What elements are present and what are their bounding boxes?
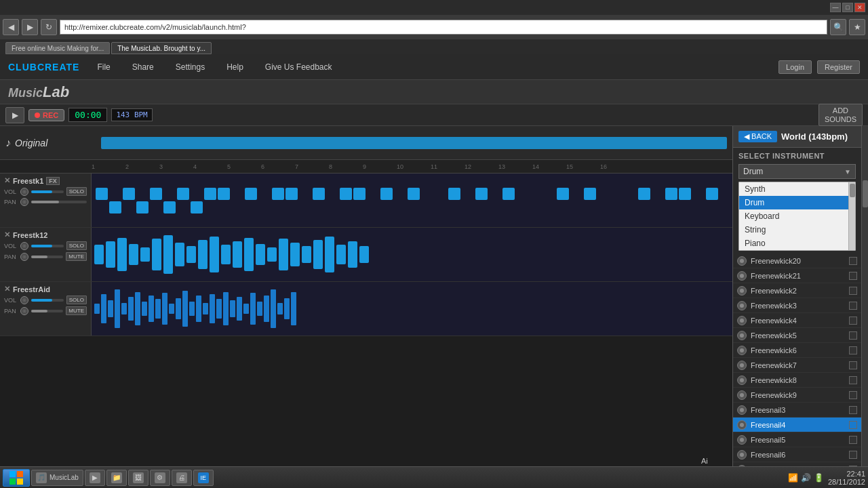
start-button[interactable] — [3, 469, 30, 487]
app-title-bar: MusicLab — [0, 80, 868, 104]
track-1-vol-slider[interactable] — [31, 190, 64, 193]
track-2-mute-btn[interactable]: MUTE — [66, 252, 87, 261]
track-2-vol-knob[interactable] — [20, 242, 28, 250]
track-2-close-icon[interactable]: ✕ — [4, 230, 10, 239]
title-btn-minimize[interactable]: — — [830, 3, 841, 12]
sound-checkbox[interactable] — [849, 346, 857, 354]
track-1-fx-btn[interactable]: FX — [46, 177, 60, 185]
sound-checkbox[interactable] — [849, 406, 857, 414]
track-1-solo-btn[interactable]: SOLO — [66, 187, 87, 196]
menu-settings[interactable]: Settings — [172, 60, 209, 75]
register-button[interactable]: Register — [817, 60, 860, 74]
login-button[interactable]: Login — [778, 60, 812, 74]
track-1-close-icon[interactable]: ✕ — [4, 176, 10, 185]
dropdown-item-drum[interactable]: Drum — [739, 196, 848, 209]
track-3-solo-btn[interactable]: SOLO — [66, 296, 87, 304]
taskbar-app-musiclab[interactable]: 🎵 MusicLab — [31, 470, 83, 486]
bpm-display: 143 BPM — [111, 108, 152, 121]
dropdown-item-keyboard[interactable]: Keyboard — [739, 209, 848, 223]
list-item[interactable]: Freenewkick4 — [733, 313, 861, 328]
track-3-pan-knob[interactable] — [20, 307, 28, 315]
taskbar-app-browser[interactable]: IE — [193, 470, 214, 486]
track-2-pan-knob[interactable] — [20, 253, 28, 261]
taskbar-app-print[interactable]: 🖨 — [172, 470, 192, 486]
sound-checkbox[interactable] — [849, 317, 857, 325]
track-3-waveform[interactable] — [92, 282, 732, 336]
taskbar-app-media[interactable]: ▶ — [85, 470, 105, 486]
track-2-pan-slider[interactable] — [31, 256, 63, 258]
sound-checkbox[interactable] — [849, 331, 857, 340]
play-button[interactable]: ▶ — [5, 107, 24, 123]
sound-checkbox[interactable] — [849, 421, 857, 429]
forward-nav-btn[interactable]: ▶ — [22, 19, 38, 35]
list-item[interactable]: Freesnail3 — [733, 403, 861, 418]
reload-btn[interactable]: ↻ — [41, 19, 57, 35]
list-item[interactable]: Freesnail5 — [733, 432, 861, 447]
back-nav-btn[interactable]: ◀ — [3, 19, 19, 35]
dropdown-item-string[interactable]: String — [739, 223, 848, 237]
menu-file[interactable]: File — [93, 60, 114, 75]
list-item[interactable]: Freesnail4 — [733, 418, 861, 432]
dropdown-item-piano[interactable]: Piano — [739, 237, 848, 250]
track-1-waveform[interactable]: // Will be generated by JS below — [92, 174, 732, 227]
list-item[interactable]: Freenewkick2 — [733, 283, 861, 298]
sound-checkbox[interactable] — [849, 376, 857, 384]
address-bar[interactable]: http://remixer.clubcreate.com/v2/musicla… — [60, 20, 827, 35]
sound-checkbox[interactable] — [849, 272, 857, 280]
instrument-select-wrapper[interactable]: Drum ▼ — [738, 164, 856, 179]
track-1-name: ✕ Freestk1 FX — [4, 176, 87, 185]
list-item[interactable]: Freenewkick6 — [733, 343, 861, 358]
current-instrument: Drum — [743, 167, 763, 176]
track-1-vol-knob[interactable] — [20, 188, 28, 196]
track-1-vol-label: VOL — [4, 188, 18, 195]
taskbar-right: 📶 🔊 🔋 22:41 28/11/2012 — [788, 470, 865, 486]
ruler-mark-16: 16 — [600, 163, 634, 170]
list-item[interactable]: Freenewkick9 — [733, 388, 861, 403]
menu-share[interactable]: Share — [128, 60, 158, 75]
track-1-pan-knob[interactable] — [20, 198, 28, 206]
track-3-close-icon[interactable]: ✕ — [4, 285, 10, 293]
back-button[interactable]: ◀ BACK — [738, 131, 777, 142]
taskbar-app-settings[interactable]: ⚙ — [150, 470, 170, 486]
menu-help[interactable]: Help — [222, 60, 248, 75]
dropdown-item-synth[interactable]: Synth — [739, 182, 848, 196]
list-item[interactable]: Freenewkick5 — [733, 328, 861, 343]
track-3-mute-btn[interactable]: MUTE — [66, 306, 87, 315]
browser-tab-1[interactable]: The MusicLab. Brought to y... — [111, 42, 212, 54]
sound-checkbox[interactable] — [849, 361, 857, 369]
list-item[interactable]: Freenewkick3 — [733, 298, 861, 313]
search-nav-btn[interactable]: 🔍 — [830, 19, 846, 35]
sound-checkbox[interactable] — [849, 391, 857, 399]
sound-checkbox[interactable] — [849, 302, 857, 310]
browser-tab-0[interactable]: Free online Music Making for... — [5, 42, 110, 54]
list-item[interactable]: Freenewkick20 — [733, 253, 861, 268]
select-instrument-label: SELECT INSTRUMENT — [733, 148, 861, 161]
list-item[interactable]: Freenewkick21 — [733, 268, 861, 283]
track-3-vol-slider[interactable] — [31, 299, 64, 302]
taskbar-app-files[interactable]: 📁 — [106, 470, 127, 486]
track-2-solo-btn[interactable]: SOLO — [66, 241, 87, 250]
star-btn[interactable]: ★ — [849, 19, 865, 35]
track-3-vol-knob[interactable] — [20, 296, 28, 304]
add-sounds-button[interactable]: ADDSOUNDS — [818, 104, 863, 125]
title-btn-maximize[interactable]: □ — [842, 3, 853, 12]
taskbar-app-photos[interactable]: 🖼 — [128, 470, 149, 486]
rec-button[interactable]: REC — [28, 109, 64, 121]
track-2-vol-slider[interactable] — [31, 245, 64, 247]
sound-checkbox[interactable] — [849, 451, 857, 459]
dropdown-vscroll[interactable] — [848, 182, 855, 250]
sound-checkbox[interactable] — [849, 257, 857, 265]
right-scroll-bar[interactable] — [861, 126, 868, 481]
list-item[interactable]: Freenewkick7 — [733, 358, 861, 373]
list-item[interactable]: Freesnail6 — [733, 447, 861, 462]
track-1-pan-slider[interactable] — [31, 201, 87, 203]
list-item[interactable]: Freenewkick8 — [733, 373, 861, 388]
ruler-mark-8: 8 — [329, 163, 363, 170]
track-3-pan-slider[interactable] — [31, 310, 63, 312]
menu-feedback[interactable]: Give Us Feedback — [261, 60, 336, 75]
track-2-waveform[interactable] — [92, 228, 732, 281]
sound-checkbox[interactable] — [849, 436, 857, 444]
title-btn-close[interactable]: ✕ — [854, 3, 865, 12]
sound-checkbox[interactable] — [849, 287, 857, 295]
sound-icon — [737, 286, 747, 296]
